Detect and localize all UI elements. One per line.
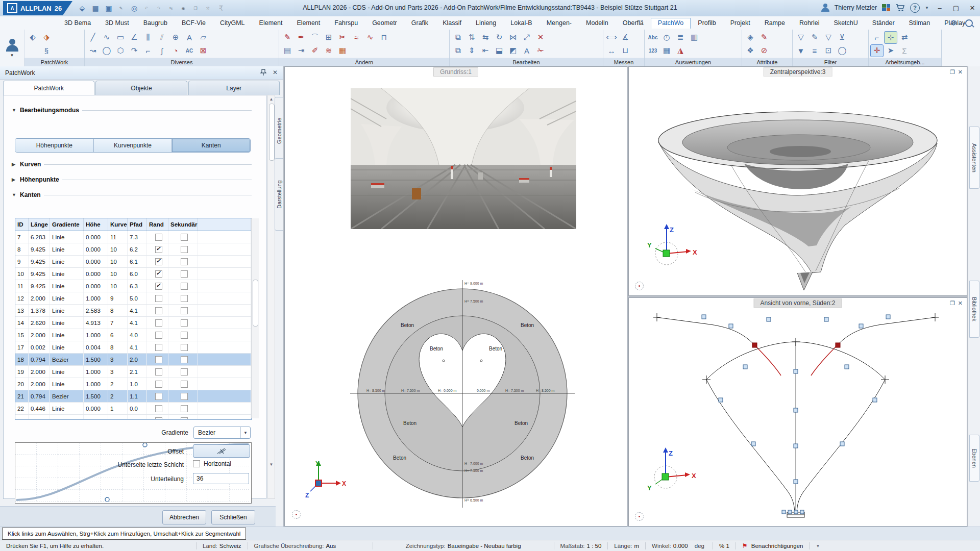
horizontal-checkbox[interactable] <box>193 460 200 467</box>
table-row[interactable]: 220.446 Linie0.000 10.0 <box>15 403 251 415</box>
rand-checkbox[interactable] <box>155 295 162 302</box>
close-button[interactable]: ✕ <box>967 4 978 12</box>
ruler-icon[interactable]: ⟺ <box>605 32 618 43</box>
mirror-icon[interactable]: ⋈ <box>507 32 519 43</box>
delete-icon[interactable]: ✕ <box>534 32 547 43</box>
mode-button[interactable]: Kanten <box>172 139 250 152</box>
rand-checkbox[interactable] <box>155 368 162 375</box>
bridge-icon[interactable]: ⊓ <box>378 32 390 43</box>
section-kurven[interactable]: ▶Kurven <box>12 161 257 168</box>
filter-apply-icon[interactable]: ▼ <box>795 45 807 57</box>
corner-arrows-icon[interactable]: ⌐ <box>871 32 883 43</box>
rand-checkbox[interactable] <box>155 417 162 419</box>
dropdown-caret-icon[interactable]: ▼ <box>240 427 250 438</box>
status-overflow-icon[interactable]: ▼ <box>810 544 826 548</box>
rand-checkbox[interactable] <box>155 332 162 339</box>
building-icon[interactable]: ▦ <box>336 45 349 57</box>
rand-checkbox[interactable] <box>155 258 162 265</box>
minimize-button[interactable]: – <box>934 4 945 12</box>
table-row[interactable]: 109.425 Linie0.000 106.0 <box>15 268 251 280</box>
ribbon-group-label[interactable]: Ändern <box>279 58 449 66</box>
mode-button[interactable]: Höhenpunkte <box>15 139 94 152</box>
palette-tab[interactable]: Objekte <box>95 81 187 95</box>
edit-wave-icon[interactable]: ∿ <box>364 32 376 43</box>
parallel-lines-icon[interactable]: ⫼ <box>142 32 154 43</box>
mirror-3d-icon[interactable]: ◩ <box>507 45 519 57</box>
sekundaer-checkbox[interactable] <box>181 270 188 278</box>
section-hoehenpunkte[interactable]: ▶Höhenpunkte <box>12 176 257 183</box>
palette-tab[interactable]: PatchWork <box>3 81 94 95</box>
menu-item[interactable]: Linieng <box>469 18 503 29</box>
abc-text-icon[interactable]: Abc <box>647 32 659 43</box>
rand-checkbox[interactable] <box>155 319 162 327</box>
cursor-select-icon[interactable]: ➤ <box>885 45 897 57</box>
ribbon-group-label[interactable]: Auswertungen <box>645 58 742 66</box>
ribbon-group-label[interactable]: Arbeitsumgeb... <box>869 58 941 66</box>
sekundaer-checkbox[interactable] <box>181 234 188 241</box>
menu-item[interactable]: SketchU <box>827 18 865 29</box>
table-row[interactable]: 202.000 Linie1.000 21.0 <box>15 378 251 390</box>
menu-item[interactable]: 3D Bema <box>57 18 98 29</box>
compass-red-icon[interactable]: ◮ <box>674 45 687 57</box>
menu-item[interactable]: Element <box>289 18 327 29</box>
menu-item[interactable]: Modelln <box>579 18 616 29</box>
scroll-up-icon[interactable]: ▲ <box>268 95 275 103</box>
tag-edit-icon[interactable]: ✎ <box>758 32 770 43</box>
menu-item[interactable]: Oberflä <box>616 18 651 29</box>
menu-item[interactable]: Grafik <box>404 18 435 29</box>
sekundaer-checkbox[interactable] <box>181 368 188 375</box>
pin-icon[interactable]: ✒ <box>295 32 307 43</box>
patchwork-settings-icon[interactable]: § <box>40 45 53 57</box>
save-icon[interactable]: ▣ <box>103 3 114 14</box>
document-search-icon[interactable]: ◎ <box>129 3 140 14</box>
menu-item[interactable]: Profilb <box>691 18 723 29</box>
help-icon[interactable]: ? <box>910 3 920 13</box>
menu-item[interactable]: Mengen- <box>540 18 579 29</box>
rand-checkbox[interactable] <box>155 405 162 412</box>
ribbon-group-label[interactable]: Bearbeiten <box>450 58 603 66</box>
status-override[interactable]: Grafische Überschreibung:Aus <box>248 543 373 549</box>
section-kanten[interactable]: ▼Kanten <box>12 191 257 198</box>
side-tab-geometrie[interactable]: Geometrie <box>275 97 284 164</box>
sekundaer-checkbox[interactable] <box>181 332 188 339</box>
menu-item[interactable]: Baugrub <box>136 18 175 29</box>
angle-icon[interactable]: ∠ <box>128 32 140 43</box>
area-measure-icon[interactable]: ⊔ <box>619 45 631 57</box>
stretch-icon[interactable]: ⤢ <box>521 32 533 43</box>
table-row[interactable]: 76.283 Linie0.000 117.3 <box>15 231 251 243</box>
fillet-icon[interactable]: ⌒ <box>309 32 321 43</box>
menu-item[interactable]: Stilman <box>902 18 938 29</box>
viewport-grundriss[interactable]: Grundriss:1 <box>284 66 627 527</box>
circle-icon[interactable]: ◯ <box>101 45 113 57</box>
sekundaer-checkbox[interactable] <box>181 307 188 314</box>
ribbon-group-label[interactable]: PatchWork <box>24 58 84 66</box>
ribbon-group-label[interactable]: Diverses <box>85 58 279 66</box>
patchwork-icon[interactable]: ⬖ <box>27 32 39 43</box>
rand-checkbox[interactable] <box>155 307 162 314</box>
copy-attributes-icon[interactable]: ⧉ <box>452 45 464 57</box>
rand-checkbox[interactable] <box>155 344 162 351</box>
menu-item[interactable]: CityGML <box>213 18 252 29</box>
angle-measure-icon[interactable]: ∡ <box>619 32 631 43</box>
palette-tab[interactable]: Layer <box>188 81 280 95</box>
table-row[interactable]: 122.000 Linie1.000 95.0 <box>15 292 251 305</box>
tools-icon[interactable]: ⚒ <box>202 3 213 14</box>
layout-panels-icon[interactable]: ▦ <box>90 3 101 14</box>
table-row[interactable]: 230.446 Linie0.000 00.0 <box>15 415 251 419</box>
tags-icon[interactable]: ❖ <box>744 45 756 57</box>
sekundaer-checkbox[interactable] <box>181 283 188 290</box>
arc-icon[interactable]: ↷ <box>128 45 140 57</box>
tag-add-icon[interactable]: ◈ <box>744 32 756 43</box>
polygon-icon[interactable]: ⬡ <box>114 45 127 57</box>
status-drawtype[interactable]: Zeichnungstyp:Baueingabe - Neubau farbig <box>373 543 554 549</box>
curve-handle-top[interactable] <box>143 443 147 447</box>
close-dialog-button[interactable]: Schließen <box>211 510 255 524</box>
brush-icon[interactable]: ▤ <box>281 45 293 57</box>
menu-item[interactable]: Lokal-B <box>503 18 539 29</box>
scurve-icon[interactable]: ∫ <box>156 45 168 57</box>
viewport-zentralperspektive[interactable]: Zentralperspektive:3 ❐ ✕ <box>628 66 967 296</box>
status-land[interactable]: Land:Schweiz <box>197 543 248 549</box>
view-compass-icon[interactable] <box>635 512 644 521</box>
scissors-icon[interactable]: ✂ <box>336 32 349 43</box>
table-row[interactable]: 180.794 Bezier1.500 32.0 <box>15 354 251 366</box>
